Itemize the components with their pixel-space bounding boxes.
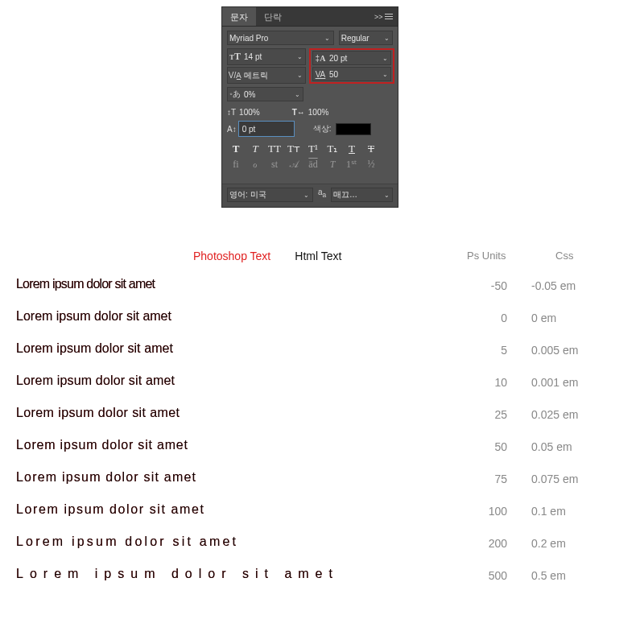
ps-units-value: 25: [443, 408, 507, 421]
ps-units-value: 0: [443, 312, 507, 324]
language-field[interactable]: 영어: 미국 ⌄: [227, 188, 313, 202]
panel-tabs: 문자 단락 >>: [222, 7, 398, 27]
sample-overlay: Lorem ipsum dolor sit ametLorem ipsum do…: [16, 341, 443, 359]
sample-text-html: Lorem ipsum dolor sit amet: [16, 567, 339, 581]
horizontal-scale-field[interactable]: T↔ 100%: [292, 108, 329, 117]
chevron-down-icon: ⌄: [301, 192, 312, 199]
sample-overlay: Lorem ipsum dolor sit ametLorem ipsum do…: [16, 438, 443, 456]
color-swatch[interactable]: [336, 123, 371, 135]
smallcaps-button[interactable]: Tᴛ: [287, 142, 301, 155]
sample-text-html: Lorem ipsum dolor sit amet: [16, 406, 180, 420]
allcaps-button[interactable]: TT: [267, 142, 282, 155]
tsume-field[interactable]: ◦あ 0% ⌄: [227, 87, 303, 101]
data-row: Lorem ipsum dolor sit ametLorem ipsum do…: [16, 438, 628, 456]
data-row: Lorem ipsum dolor sit ametLorem ipsum do…: [16, 502, 628, 520]
faux-italic-button[interactable]: T: [248, 142, 262, 155]
horizontal-scale-icon: T↔: [292, 108, 305, 117]
tab-paragraph[interactable]: 단락: [256, 7, 290, 26]
tsume-value: 0%: [242, 90, 291, 99]
data-row: Lorem ipsum dolor sit ametLorem ipsum do…: [16, 567, 628, 584]
font-style-field[interactable]: Regular ⌄: [339, 31, 393, 45]
data-row: Lorem ipsum dolor sit ametLorem ipsum do…: [16, 277, 628, 295]
ps-units-value: 200: [443, 537, 507, 550]
stylistic-alt-button[interactable]: ād: [306, 159, 320, 171]
css-value: 0.2 em: [531, 537, 612, 550]
sample-text-html: Lorem ipsum dolor sit amet: [16, 438, 188, 452]
titling-alt-button[interactable]: T: [325, 159, 340, 171]
chevron-down-icon: ⌄: [379, 55, 390, 62]
fractions-button[interactable]: ½: [364, 159, 378, 171]
sample-text-html: Lorem ipsum dolor sit amet: [16, 374, 175, 388]
underline-button[interactable]: T: [345, 142, 359, 155]
panel-menu-button[interactable]: >>: [369, 7, 398, 26]
data-row: Lorem ipsum dolor sit ametLorem ipsum do…: [16, 374, 628, 391]
data-row: Lorem ipsum dolor sit ametLorem ipsum do…: [16, 470, 628, 488]
panel-footer: 영어: 미국 ⌄ aa 매끄… ⌄: [222, 184, 398, 207]
panel-body: Myriad Pro ⌄ Regular ⌄ TT 14 pt ⌄ V/A̲ 메…: [222, 27, 398, 184]
ordinals-button[interactable]: 1ˢᵗ: [345, 159, 359, 171]
leading-tracking-highlight: ‡A 20 pt ⌄ VA 50 ⌄: [309, 48, 394, 84]
ps-units-value: 5: [443, 344, 507, 357]
baseline-shift-field[interactable]: 0 pt: [239, 122, 294, 136]
opentype-buttons: fi ℴ st 𝒜 ād T 1ˢᵗ ½: [229, 159, 391, 171]
css-value: 0.5 em: [531, 569, 612, 582]
vertical-scale-icon: ↕T: [227, 108, 236, 117]
kerning-value: 메트릭: [242, 70, 294, 81]
chevron-down-icon: ⌄: [381, 35, 392, 42]
ps-units-value: -50: [443, 279, 507, 292]
css-value: 0.025 em: [531, 408, 612, 421]
tracking-icon: VA: [313, 70, 328, 79]
antialias-field[interactable]: 매끄… ⌄: [331, 188, 393, 202]
chevron-down-icon: ⌄: [322, 35, 333, 42]
color-label: 색상:: [313, 123, 332, 134]
superscript-button[interactable]: T¹: [306, 142, 320, 155]
ps-units-value: 50: [443, 440, 507, 453]
swash-button[interactable]: 𝒜: [287, 159, 301, 171]
sample-text-html: Lorem ipsum dolor sit amet: [16, 502, 205, 517]
legend-html: Html Text: [295, 250, 341, 262]
sample-text-html: Lorem ipsum dolor sit amet: [16, 341, 173, 356]
type-style-buttons: T T TT Tᴛ T¹ T₁ T T: [229, 142, 391, 155]
font-family-field[interactable]: Myriad Pro ⌄: [227, 31, 334, 45]
comparison-table: Photoshop Text Html Text Ps Units Css Lo…: [16, 250, 628, 599]
sample-text-html: Lorem ipsum dolor sit amet: [16, 309, 171, 324]
ligatures-button[interactable]: fi: [229, 159, 243, 171]
ps-units-value: 10: [443, 376, 507, 389]
horizontal-scale-value: 100%: [308, 108, 329, 117]
css-value: 0.1 em: [531, 505, 612, 518]
css-value: 0.001 em: [531, 376, 612, 389]
font-size-field[interactable]: TT 14 pt ⌄: [227, 48, 306, 65]
menu-icon: [385, 14, 393, 20]
tracking-value: 50: [328, 70, 379, 79]
vertical-scale-field[interactable]: ↕T 100%: [227, 108, 260, 117]
sample-overlay: Lorem ipsum dolor sit ametLorem ipsum do…: [16, 277, 443, 295]
contextual-alt-button[interactable]: ℴ: [248, 159, 262, 171]
baseline-shift-icon: A↕: [227, 125, 237, 134]
chevron-down-icon: ⌄: [294, 53, 305, 60]
css-value: 0.075 em: [531, 473, 612, 485]
kerning-field[interactable]: V/A̲ 메트릭 ⌄: [227, 67, 306, 84]
leading-field[interactable]: ‡A 20 pt ⌄: [312, 51, 391, 65]
leading-value: 20 pt: [328, 54, 379, 63]
chevron-down-icon: ⌄: [379, 71, 390, 78]
column-headers: Ps Units Css: [467, 250, 620, 262]
subscript-button[interactable]: T₁: [325, 142, 340, 155]
tsume-icon: ◦あ: [228, 89, 242, 100]
font-size-icon: TT: [228, 51, 242, 63]
sample-text-html: Lorem ipsum dolor sit amet: [16, 277, 155, 291]
sample-overlay: Lorem ipsum dolor sit ametLorem ipsum do…: [16, 535, 443, 552]
vertical-scale-value: 100%: [239, 108, 260, 117]
sample-text-html: Lorem ipsum dolor sit amet: [16, 470, 196, 485]
baseline-shift-value: 0 pt: [240, 125, 293, 134]
ps-units-value: 500: [443, 569, 507, 582]
css-value: 0.005 em: [531, 344, 612, 357]
tab-character[interactable]: 문자: [222, 7, 256, 26]
discretionary-lig-button[interactable]: st: [267, 159, 282, 171]
sample-overlay: Lorem ipsum dolor sit ametLorem ipsum do…: [16, 502, 443, 520]
col-head-css: Css: [555, 250, 620, 262]
css-value: -0.05 em: [531, 279, 612, 292]
faux-bold-button[interactable]: T: [229, 142, 243, 155]
tracking-field[interactable]: VA 50 ⌄: [312, 67, 391, 81]
legend-photoshop: Photoshop Text: [193, 250, 270, 262]
strikethrough-button[interactable]: T: [364, 142, 378, 155]
